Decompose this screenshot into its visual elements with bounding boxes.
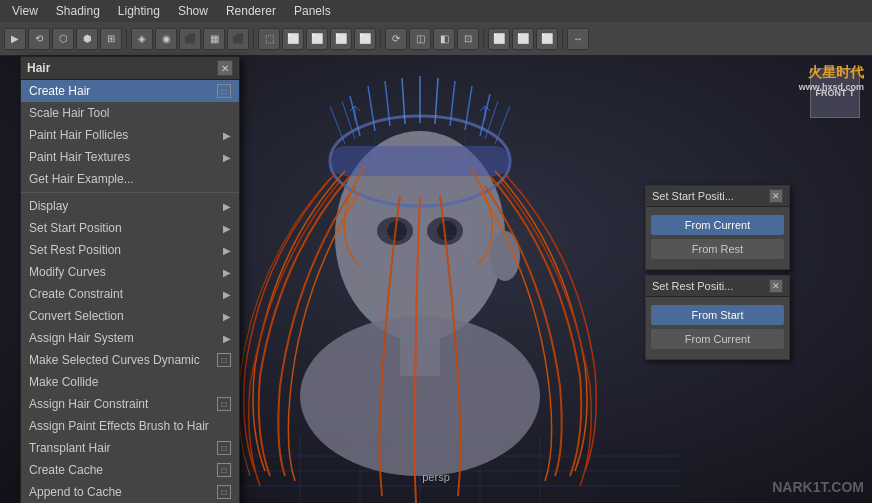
set-rest-position-titlebar[interactable]: Set Rest Positi... ✕ (646, 276, 789, 297)
menu-item-transplant-hair[interactable]: Transplant Hair □ (21, 437, 239, 459)
menu-label-assign-hair-system: Assign Hair System (29, 331, 223, 345)
set-start-position-close[interactable]: ✕ (769, 189, 783, 203)
menu-label-display: Display (29, 199, 223, 213)
append-cache-box-icon: □ (217, 485, 231, 499)
toolbar-icon-5[interactable]: ⊞ (100, 28, 122, 50)
from-current-button-2[interactable]: From Current (651, 329, 784, 349)
menu-label-transplant-hair: Transplant Hair (29, 441, 217, 455)
menu-label-paint-follicles: Paint Hair Follicles (29, 128, 223, 142)
toolbar-icon-7[interactable]: ◉ (155, 28, 177, 50)
toolbar-sep-5 (562, 29, 563, 49)
toolbar: ▶ ⟲ ⬡ ⬢ ⊞ ◈ ◉ ⬛ ▦ ⬛ ⬚ ⬜ ⬜ ⬜ ⬜ ⟳ ◫ ◧ ⊡ ⬜ … (0, 22, 872, 56)
menu-item-curves-dynamic[interactable]: Make Selected Curves Dynamic □ (21, 349, 239, 371)
toolbar-icon-9[interactable]: ▦ (203, 28, 225, 50)
convert-selection-arrow: ▶ (223, 311, 231, 322)
toolbar-icon-1[interactable]: ▶ (4, 28, 26, 50)
toolbar-icon-3[interactable]: ⬡ (52, 28, 74, 50)
corner-logo: 火星时代 www.hxsd.com (799, 64, 864, 92)
transplant-hair-box-icon: □ (217, 441, 231, 455)
menu-view[interactable]: View (4, 2, 46, 20)
watermark: NARK1T.COM (772, 479, 864, 495)
menu-show[interactable]: Show (170, 2, 216, 20)
toolbar-icon-15[interactable]: ⬜ (354, 28, 376, 50)
menu-label-create-cache: Create Cache (29, 463, 217, 477)
toolbar-sep-3 (380, 29, 381, 49)
toolbar-icon-6[interactable]: ◈ (131, 28, 153, 50)
display-arrow: ▶ (223, 201, 231, 212)
logo-sub: www.hxsd.com (799, 82, 864, 92)
menu-renderer[interactable]: Renderer (218, 2, 284, 20)
menu-item-assign-paint-effects[interactable]: Assign Paint Effects Brush to Hair (21, 415, 239, 437)
from-rest-button[interactable]: From Rest (651, 239, 784, 259)
menu-label-append-cache: Append to Cache (29, 485, 217, 499)
toolbar-icon-12[interactable]: ⬜ (282, 28, 304, 50)
toolbar-icon-2[interactable]: ⟲ (28, 28, 50, 50)
toolbar-icon-4[interactable]: ⬢ (76, 28, 98, 50)
menu-item-create-constraint[interactable]: Create Constraint ▶ (21, 283, 239, 305)
set-rest-position-close[interactable]: ✕ (769, 279, 783, 293)
curves-dynamic-box-icon: □ (217, 353, 231, 367)
toolbar-icon-17[interactable]: ◫ (409, 28, 431, 50)
svg-line-27 (330, 106, 345, 144)
menu-item-append-cache[interactable]: Append to Cache □ (21, 481, 239, 503)
menu-label-make-collide: Make Collide (29, 375, 231, 389)
toolbar-sep-2 (253, 29, 254, 49)
logo-main: 火星时代 (799, 64, 864, 82)
menu-label-assign-paint-effects: Assign Paint Effects Brush to Hair (29, 419, 231, 433)
menu-panels[interactable]: Panels (286, 2, 339, 20)
menu-item-paint-textures[interactable]: Paint Hair Textures ▶ (21, 146, 239, 168)
toolbar-icon-8[interactable]: ⬛ (179, 28, 201, 50)
menu-item-scale-hair[interactable]: Scale Hair Tool (21, 102, 239, 124)
menu-item-assign-hair-system[interactable]: Assign Hair System ▶ (21, 327, 239, 349)
from-current-button-1[interactable]: From Current (651, 215, 784, 235)
menu-label-convert-selection: Convert Selection (29, 309, 223, 323)
hair-menu-titlebar[interactable]: Hair ✕ (21, 57, 239, 80)
menu-item-display[interactable]: Display ▶ (21, 195, 239, 217)
toolbar-icon-14[interactable]: ⬜ (330, 28, 352, 50)
menu-item-create-hair[interactable]: Create Hair □ (21, 80, 239, 102)
set-start-position-title: Set Start Positi... (652, 190, 734, 202)
assign-constraint-box-icon: □ (217, 397, 231, 411)
menu-lighting[interactable]: Lighting (110, 2, 168, 20)
hair-menu: Hair ✕ Create Hair □ Scale Hair Tool Pai… (20, 56, 240, 503)
toolbar-icon-13[interactable]: ⬜ (306, 28, 328, 50)
menu-label-rest-position: Set Rest Position (29, 243, 223, 257)
toolbar-icon-20[interactable]: ⬜ (488, 28, 510, 50)
toolbar-icon-21[interactable]: ⬜ (512, 28, 534, 50)
menu-label-scale-hair: Scale Hair Tool (29, 106, 231, 120)
hair-menu-close-button[interactable]: ✕ (217, 60, 233, 76)
menu-label-get-example: Get Hair Example... (29, 172, 231, 186)
toolbar-icon-16[interactable]: ⟳ (385, 28, 407, 50)
menu-shading[interactable]: Shading (48, 2, 108, 20)
set-start-position-titlebar[interactable]: Set Start Positi... ✕ (646, 186, 789, 207)
menu-label-create-hair: Create Hair (29, 84, 217, 98)
menu-item-convert-selection[interactable]: Convert Selection ▶ (21, 305, 239, 327)
toolbar-sep-4 (483, 29, 484, 49)
create-cache-box-icon: □ (217, 463, 231, 477)
menu-item-rest-position[interactable]: Set Rest Position ▶ (21, 239, 239, 261)
menu-item-modify-curves[interactable]: Modify Curves ▶ (21, 261, 239, 283)
menu-item-make-collide[interactable]: Make Collide (21, 371, 239, 393)
create-hair-box-icon: □ (217, 84, 231, 98)
menu-item-create-cache[interactable]: Create Cache □ (21, 459, 239, 481)
toolbar-icon-19[interactable]: ⊡ (457, 28, 479, 50)
menu-item-get-example[interactable]: Get Hair Example... (21, 168, 239, 190)
toolbar-icon-23[interactable]: ↔ (567, 28, 589, 50)
menubar: View Shading Lighting Show Renderer Pane… (0, 0, 872, 22)
toolbar-icon-11[interactable]: ⬚ (258, 28, 280, 50)
toolbar-icon-10[interactable]: ⬛ (227, 28, 249, 50)
paint-textures-arrow: ▶ (223, 152, 231, 163)
set-rest-position-panel: Set Rest Positi... ✕ From Start From Cur… (645, 275, 790, 360)
toolbar-icon-18[interactable]: ◧ (433, 28, 455, 50)
toolbar-icon-22[interactable]: ⬜ (536, 28, 558, 50)
svg-point-14 (437, 221, 457, 241)
rest-position-arrow: ▶ (223, 245, 231, 256)
menu-item-assign-hair-constraint[interactable]: Assign Hair Constraint □ (21, 393, 239, 415)
modify-curves-arrow: ▶ (223, 267, 231, 278)
toolbar-sep-1 (126, 29, 127, 49)
menu-label-modify-curves: Modify Curves (29, 265, 223, 279)
menu-item-paint-follicles[interactable]: Paint Hair Follicles ▶ (21, 124, 239, 146)
menu-item-start-position[interactable]: Set Start Position ▶ (21, 217, 239, 239)
hair-menu-title: Hair (27, 61, 50, 75)
from-start-button[interactable]: From Start (651, 305, 784, 325)
